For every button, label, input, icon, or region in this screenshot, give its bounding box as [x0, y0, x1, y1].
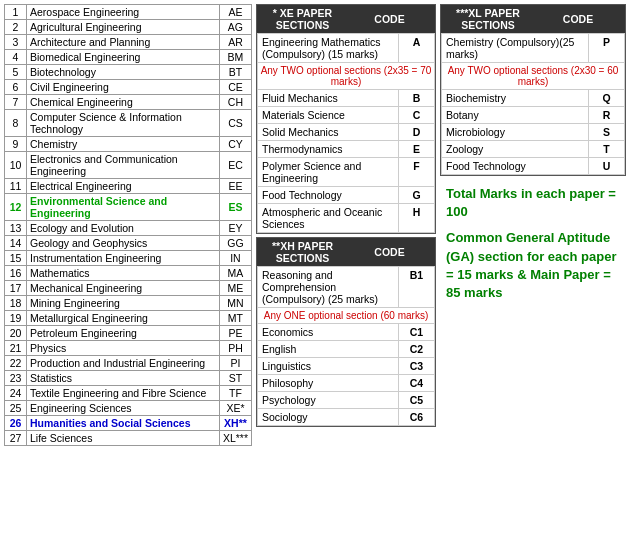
left-table-row: 9 Chemistry CY [5, 137, 252, 152]
xh-compulsory-text: Reasoning and Comprehension (Compulsory)… [258, 267, 399, 308]
row-num: 1 [5, 5, 27, 20]
row-num: 16 [5, 266, 27, 281]
left-table-row: 2 Agricultural Engineering AG [5, 20, 252, 35]
xl-data-row: BiochemistryQ [442, 90, 625, 107]
left-table-row: 17 Mechanical Engineering ME [5, 281, 252, 296]
row-name: Ecology and Evolution [27, 221, 220, 236]
row-code: ST [219, 371, 251, 386]
row-name: Geology and Geophysics [27, 236, 220, 251]
xh-paper-box: **XH PAPER SECTIONS CODE Reasoning and C… [256, 237, 436, 427]
row-num: 26 [5, 416, 27, 431]
row-name: Instrumentation Engineering [27, 251, 220, 266]
xh-data-row: SociologyC6 [258, 409, 435, 426]
row-code: BM [219, 50, 251, 65]
left-table-row: 15 Instrumentation Engineering IN [5, 251, 252, 266]
row-num: 11 [5, 179, 27, 194]
info-box: Total Marks in each paper = 100 Common G… [440, 179, 626, 446]
row-num: 12 [5, 194, 27, 221]
left-table: 1 Aerospace Engineering AE 2 Agricultura… [4, 4, 252, 446]
xh-row-name: Linguistics [258, 358, 399, 375]
row-name: Statistics [27, 371, 220, 386]
left-table-row: 14 Geology and Geophysics GG [5, 236, 252, 251]
row-name: Chemistry [27, 137, 220, 152]
xe-data-row: Food TechnologyG [258, 187, 435, 204]
left-table-row: 3 Architecture and Planning AR [5, 35, 252, 50]
xl-compulsory-row: Chemistry (Compulsory)(25 marks)P [442, 34, 625, 63]
row-code: AR [219, 35, 251, 50]
xl-row-name: Botany [442, 107, 589, 124]
xe-row-name: Thermodynamics [258, 141, 399, 158]
xl-header-code: CODE [533, 13, 623, 25]
row-name: Production and Industrial Engineering [27, 356, 220, 371]
row-num: 14 [5, 236, 27, 251]
xh-row-code: C2 [399, 341, 435, 358]
xe-optional-note: Any TWO optional sections (2x35 = 70 mar… [258, 63, 435, 90]
row-num: 10 [5, 152, 27, 179]
row-name: Architecture and Planning [27, 35, 220, 50]
xh-row-code: C5 [399, 392, 435, 409]
xe-optional-note-row: Any TWO optional sections (2x35 = 70 mar… [258, 63, 435, 90]
left-table-row: 19 Metallurgical Engineering MT [5, 311, 252, 326]
xe-row-name: Fluid Mechanics [258, 90, 399, 107]
xl-optional-note: Any TWO optional sections (2x30 = 60 mar… [442, 63, 625, 90]
left-table-row: 5 Biotechnology BT [5, 65, 252, 80]
xl-header-title: ***XL PAPER SECTIONS [443, 7, 533, 31]
row-code: PI [219, 356, 251, 371]
row-name: Computer Science & Information Technolog… [27, 110, 220, 137]
xe-row-code: H [399, 204, 435, 233]
row-code: MA [219, 266, 251, 281]
xh-row-code: C4 [399, 375, 435, 392]
row-num: 18 [5, 296, 27, 311]
row-name: Physics [27, 341, 220, 356]
xl-row-code: Q [589, 90, 625, 107]
row-name: Electrical Engineering [27, 179, 220, 194]
xe-compulsory-row: Engineering Mathematics (Compulsory) (15… [258, 34, 435, 63]
row-num: 22 [5, 356, 27, 371]
right-section: ***XL PAPER SECTIONS CODE Chemistry (Com… [440, 4, 626, 446]
row-num: 24 [5, 386, 27, 401]
left-table-row: 4 Biomedical Engineering BM [5, 50, 252, 65]
xh-data-row: PhilosophyC4 [258, 375, 435, 392]
xl-row-name: Microbiology [442, 124, 589, 141]
xe-compulsory-code: A [399, 34, 435, 63]
ga-info-text: Common General Aptitude (GA) section for… [446, 229, 620, 302]
xh-row-code: C6 [399, 409, 435, 426]
xe-row-code: F [399, 158, 435, 187]
row-code: ME [219, 281, 251, 296]
xl-data-row: BotanyR [442, 107, 625, 124]
xh-data-row: EnglishC2 [258, 341, 435, 358]
xe-paper-box: * XE PAPER SECTIONS CODE Engineering Mat… [256, 4, 436, 234]
xl-data-row: ZoologyT [442, 141, 625, 158]
xh-data-row: LinguisticsC3 [258, 358, 435, 375]
xh-optional-note-row: Any ONE optional section (60 marks) [258, 308, 435, 324]
xe-header: * XE PAPER SECTIONS CODE [257, 5, 435, 33]
left-table-row: 25 Engineering Sciences XE* [5, 401, 252, 416]
row-name: Electronics and Communication Engineerin… [27, 152, 220, 179]
row-code: IN [219, 251, 251, 266]
xe-data-row: Solid MechanicsD [258, 124, 435, 141]
row-name: Environmental Science and Engineering [27, 194, 220, 221]
xe-data-row: Fluid MechanicsB [258, 90, 435, 107]
xe-row-name: Polymer Science and Engineering [258, 158, 399, 187]
row-code: MN [219, 296, 251, 311]
xl-row-name: Zoology [442, 141, 589, 158]
row-num: 6 [5, 80, 27, 95]
xl-compulsory-text: Chemistry (Compulsory)(25 marks) [442, 34, 589, 63]
xh-header-title: **XH PAPER SECTIONS [259, 240, 346, 264]
left-table-row: 22 Production and Industrial Engineering… [5, 356, 252, 371]
xe-row-code: C [399, 107, 435, 124]
left-table-row: 23 Statistics ST [5, 371, 252, 386]
row-num: 13 [5, 221, 27, 236]
xl-optional-note-row: Any TWO optional sections (2x30 = 60 mar… [442, 63, 625, 90]
xl-row-code: R [589, 107, 625, 124]
row-name: Mining Engineering [27, 296, 220, 311]
xe-data-row: ThermodynamicsE [258, 141, 435, 158]
total-marks-text: Total Marks in each paper = 100 [446, 185, 620, 221]
row-name: Civil Engineering [27, 80, 220, 95]
xe-data-row: Materials ScienceC [258, 107, 435, 124]
row-code: EY [219, 221, 251, 236]
row-code: TF [219, 386, 251, 401]
xl-row-name: Biochemistry [442, 90, 589, 107]
xh-row-name: Economics [258, 324, 399, 341]
row-code: AE [219, 5, 251, 20]
